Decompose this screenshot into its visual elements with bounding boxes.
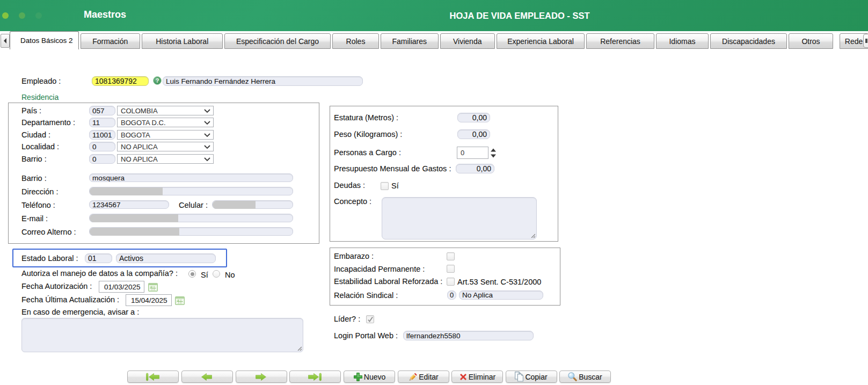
svg-text:?: ? [156,77,159,84]
